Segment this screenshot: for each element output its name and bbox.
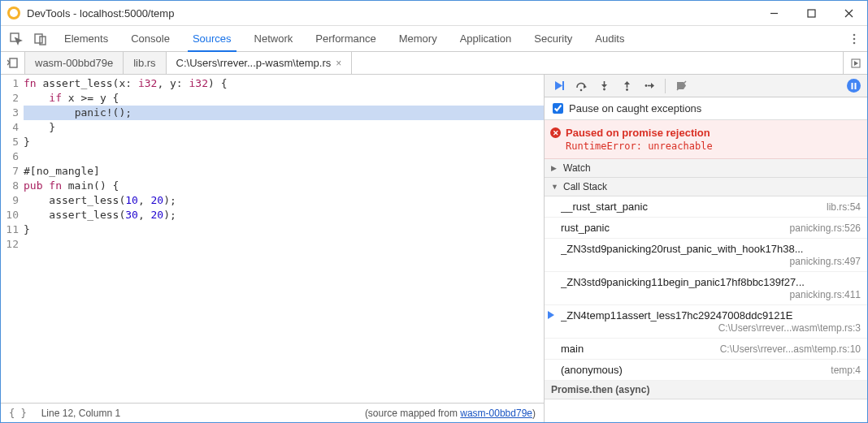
line-gutter: 123456789101112 xyxy=(1,75,24,403)
tab-performance[interactable]: Performance xyxy=(304,26,387,51)
svg-rect-27 xyxy=(851,83,853,89)
close-button[interactable] xyxy=(830,1,867,26)
stack-frame[interactable]: (anonymous)temp:4 xyxy=(545,360,867,381)
file-tab-librs[interactable]: lib.rs xyxy=(124,52,166,74)
async-divider: Promise.then (async) xyxy=(545,381,867,399)
app-icon xyxy=(7,6,20,19)
svg-marker-12 xyxy=(854,61,858,66)
svg-point-16 xyxy=(579,89,582,92)
code-content: fn assert_less(x: i32, y: i32) { if x >=… xyxy=(24,75,544,403)
device-mode-icon[interactable] xyxy=(28,26,53,51)
banner-message: RuntimeError: unreachable xyxy=(566,140,859,152)
call-stack-list: __rust_start_paniclib.rs:54rust_panicpan… xyxy=(545,196,867,381)
step-button[interactable] xyxy=(639,76,660,96)
svg-marker-19 xyxy=(601,84,607,88)
more-tabs-icon[interactable] xyxy=(822,26,846,51)
tab-memory[interactable]: Memory xyxy=(388,26,449,51)
callstack-section-header[interactable]: ▼ Call Stack xyxy=(545,178,867,196)
svg-point-23 xyxy=(644,84,647,87)
resume-button[interactable] xyxy=(548,76,569,96)
stack-frame[interactable]: _ZN3std9panicking20rust_panic_with_hook1… xyxy=(545,239,867,272)
svg-marker-22 xyxy=(624,81,630,84)
tab-network[interactable]: Network xyxy=(243,26,305,51)
source-map-link[interactable]: wasm-00bbd79e xyxy=(460,408,532,419)
svg-rect-5 xyxy=(35,34,42,43)
step-into-button[interactable] xyxy=(593,76,614,96)
tab-console[interactable]: Console xyxy=(119,26,181,51)
tab-application[interactable]: Application xyxy=(449,26,523,51)
pause-caught-exceptions-row[interactable]: Pause on caught exceptions xyxy=(545,97,867,120)
svg-point-8 xyxy=(853,37,856,40)
run-snippet-icon[interactable] xyxy=(843,52,867,74)
stack-frame[interactable]: _ZN4temp11assert_less17hc29247008ddc9121… xyxy=(545,305,867,339)
source-editor[interactable]: 123456789101112 fn assert_less(x: i32, y… xyxy=(1,75,544,403)
stack-frame[interactable]: __rust_start_paniclib.rs:54 xyxy=(545,196,867,218)
step-out-button[interactable] xyxy=(616,76,637,96)
error-icon: ✕ xyxy=(550,127,561,138)
svg-rect-28 xyxy=(854,83,856,89)
pause-caught-checkbox[interactable] xyxy=(553,103,563,114)
window-titlebar: DevTools - localhost:5000/temp xyxy=(1,1,867,26)
debugger-panel: Pause on caught exceptions ✕ Paused on p… xyxy=(544,75,867,422)
svg-rect-14 xyxy=(562,81,564,90)
chevron-down-icon: ▼ xyxy=(551,183,559,191)
source-map-info: (source mapped from wasm-00bbd79e) xyxy=(365,408,536,419)
page-arrow-icon[interactable] xyxy=(1,52,25,74)
maximize-button[interactable] xyxy=(792,1,830,26)
svg-marker-13 xyxy=(555,81,562,90)
stack-frame[interactable]: rust_panicpanicking.rs:526 xyxy=(545,218,867,239)
file-tabbar: wasm-00bbd79e lib.rs C:\Users\rrever...p… xyxy=(1,52,867,75)
editor-statusbar: { } Line 12, Column 1 (source mapped fro… xyxy=(1,403,544,422)
paused-banner: ✕ Paused on promise rejection RuntimeErr… xyxy=(545,120,867,159)
devtools-tabbar: Elements Console Sources Network Perform… xyxy=(1,26,867,52)
tab-sources[interactable]: Sources xyxy=(181,26,243,51)
svg-point-9 xyxy=(853,41,856,44)
pause-on-exceptions-button[interactable] xyxy=(843,76,864,96)
chevron-right-icon: ▶ xyxy=(551,164,559,172)
file-tab-wasm[interactable]: wasm-00bbd79e xyxy=(25,52,124,74)
debugger-toolbar xyxy=(545,75,867,97)
banner-title: Paused on promise rejection xyxy=(566,127,859,139)
tab-audits[interactable]: Audits xyxy=(584,26,636,51)
svg-marker-25 xyxy=(651,83,654,88)
deactivate-breakpoints-button[interactable] xyxy=(671,76,692,96)
tab-security[interactable]: Security xyxy=(523,26,584,51)
svg-point-20 xyxy=(626,88,628,91)
svg-point-7 xyxy=(853,33,856,36)
cursor-position: Line 12, Column 1 xyxy=(41,408,120,419)
close-icon[interactable]: × xyxy=(336,58,341,69)
braces-icon[interactable]: { } xyxy=(9,408,27,419)
inspect-element-icon[interactable] xyxy=(4,26,28,51)
minimize-button[interactable] xyxy=(755,1,792,26)
settings-menu-icon[interactable] xyxy=(846,26,862,51)
stack-frame[interactable]: mainC:\Users\rrever...asm\temp.rs:10 xyxy=(545,339,867,360)
tab-elements[interactable]: Elements xyxy=(53,26,119,51)
stack-frame[interactable]: _ZN3std9panicking11begin_panic17hf8bbc13… xyxy=(545,272,867,305)
window-title: DevTools - localhost:5000/temp xyxy=(27,7,174,19)
svg-rect-1 xyxy=(808,10,815,17)
file-tab-temprs[interactable]: C:\Users\rrever...p-wasm\temp.rs × xyxy=(167,52,353,74)
svg-rect-10 xyxy=(10,58,17,67)
svg-point-17 xyxy=(603,88,605,91)
watch-section-header[interactable]: ▶ Watch xyxy=(545,159,867,178)
step-over-button[interactable] xyxy=(571,76,592,96)
pause-caught-label: Pause on caught exceptions xyxy=(569,102,701,114)
